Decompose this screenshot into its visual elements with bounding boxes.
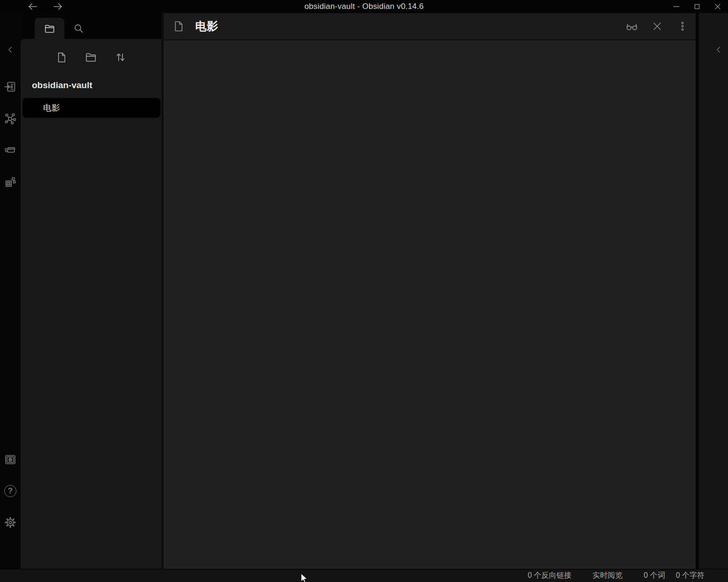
settings-button[interactable]	[3, 515, 18, 530]
vault-name[interactable]: obsidian-vault	[21, 80, 161, 91]
glasses-icon	[625, 20, 638, 33]
note-title: 电影	[195, 19, 219, 34]
gear-icon	[4, 516, 17, 529]
sidebar-tab-bar	[21, 13, 161, 39]
file-item-selected[interactable]: 电影	[23, 98, 160, 118]
status-word-count: 0 个词	[644, 571, 665, 581]
more-options-button[interactable]	[676, 20, 689, 33]
new-note-button[interactable]	[51, 46, 72, 68]
new-note-icon	[55, 51, 68, 64]
maximize-icon	[692, 2, 702, 11]
help-button[interactable]: ?	[3, 484, 18, 499]
chevron-left-icon	[713, 45, 724, 55]
app-content: ?	[0, 13, 728, 569]
command-palette-icon	[4, 144, 17, 157]
vault-icon	[4, 453, 17, 466]
chevron-left-icon	[5, 45, 15, 55]
close-icon	[713, 2, 722, 11]
new-folder-icon	[84, 51, 98, 64]
close-pane-button[interactable]	[651, 20, 664, 33]
expand-right-sidebar-button[interactable]	[711, 42, 726, 57]
document-icon	[173, 20, 185, 32]
close-icon	[652, 21, 663, 32]
editor-content[interactable]	[164, 40, 696, 569]
new-folder-button[interactable]	[80, 46, 102, 68]
quick-switcher-icon	[4, 80, 17, 93]
minimize-icon	[672, 2, 681, 11]
random-note-icon	[4, 175, 17, 189]
right-sidebar-collapsed	[699, 13, 728, 569]
tab-search[interactable]	[64, 18, 92, 39]
pane-actions	[625, 20, 689, 33]
vault-switcher-button[interactable]	[3, 452, 18, 467]
editor-pane: 电影	[164, 13, 696, 569]
status-edit-mode[interactable]: 实时阅览	[592, 571, 622, 581]
window-title: obsidian-vault - Obsidian v0.14.6	[0, 0, 728, 13]
dots-vertical-icon	[677, 21, 688, 32]
search-icon	[73, 23, 84, 34]
titlebar: obsidian-vault - Obsidian v0.14.6	[0, 0, 728, 13]
close-window-button[interactable]	[707, 0, 728, 13]
left-ribbon: ?	[0, 13, 21, 569]
window-controls	[666, 0, 728, 13]
editor-pane-header: 电影	[164, 13, 696, 40]
left-sidebar: obsidian-vault 电影	[21, 13, 161, 569]
sort-icon	[114, 51, 127, 64]
folder-icon	[44, 23, 56, 35]
graph-view-icon	[4, 112, 17, 125]
status-backlinks[interactable]: 0 个反向链接	[528, 571, 571, 581]
file-explorer-panel: obsidian-vault 电影	[21, 39, 161, 569]
minimize-button[interactable]	[666, 0, 687, 13]
statusbar: 0 个反向链接 实时阅览 0 个词 0 个字符	[0, 569, 728, 582]
file-item-label: 电影	[43, 102, 60, 113]
help-glyph: ?	[8, 486, 13, 496]
quick-switcher-button[interactable]	[3, 79, 18, 94]
tab-file-explorer[interactable]	[35, 18, 64, 39]
maximize-button[interactable]	[687, 0, 707, 13]
command-palette-button[interactable]	[3, 143, 18, 158]
reading-view-button[interactable]	[625, 20, 638, 33]
graph-view-button[interactable]	[3, 111, 18, 126]
status-char-count: 0 个字符	[676, 571, 705, 581]
random-note-button[interactable]	[3, 174, 18, 189]
explorer-actions	[21, 46, 161, 68]
help-icon: ?	[4, 485, 16, 497]
collapse-left-sidebar-button[interactable]	[3, 42, 18, 57]
right-sidebar-divider	[696, 13, 699, 569]
sort-order-button[interactable]	[110, 46, 131, 68]
